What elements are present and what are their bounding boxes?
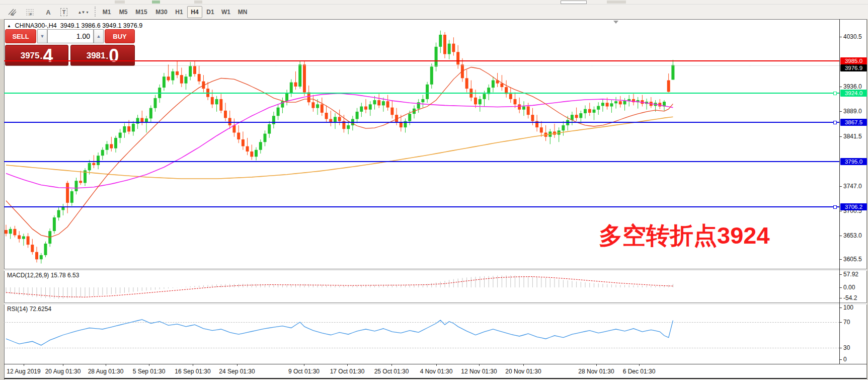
volume-increase-button[interactable]: ▲ (94, 29, 104, 43)
chart-shift-marker[interactable] (613, 21, 618, 24)
indicator-tick-dash (840, 348, 842, 348)
bear-candle-wicks (6, 32, 669, 263)
date-tick-dash (63, 364, 63, 366)
date-tick-label: 25 Oct 01:30 (374, 368, 409, 375)
indicator-tick-label: 57.92 (843, 271, 858, 278)
date-tick-dash (347, 364, 348, 366)
timeframe-h4[interactable]: H4 (187, 6, 202, 18)
line-handle[interactable] (833, 205, 837, 209)
sell-price-main: 3975 (21, 51, 40, 61)
timeframe-mn[interactable]: MN (234, 6, 251, 18)
support-line-3795[interactable] (4, 161, 839, 162)
arrow-objects-icon[interactable]: ▲▼ ▾ (73, 6, 93, 18)
sell-price-tile[interactable]: 3975 . 4 (5, 45, 68, 66)
letter-t-glyph: T (60, 8, 68, 16)
indicator-tick-dash (840, 359, 842, 360)
timeframe-m15[interactable]: M15 (132, 6, 151, 18)
date-tick-dash (304, 364, 304, 366)
chart-annotation-text[interactable]: 多空转折点3924 (599, 220, 770, 252)
fibo-expansion-icon[interactable]: E (4, 6, 20, 18)
date-tick-label: 17 Oct 01:30 (330, 368, 365, 375)
ohlc-values: 3949.1 3986.6 3949.1 3976.9 (60, 22, 142, 29)
timeframe-d1[interactable]: D1 (203, 6, 217, 18)
clipped-toolbar-fragment (607, 1, 626, 4)
bid-price-line-3976[interactable] (4, 65, 839, 66)
buy-button[interactable]: BUY (105, 29, 135, 43)
macd-histogram (6, 275, 673, 299)
clipped-upper-toolbar (0, 0, 868, 5)
date-tick-label: 20 Nov 01:30 (505, 368, 541, 375)
indicator-tick-label: 30 (843, 344, 850, 351)
macd-pane-surface[interactable] (4, 270, 839, 302)
price-badge-3867.5: 3867.5 (840, 119, 867, 126)
indicator-tick-dash (840, 322, 842, 323)
price-badge-3985.0: 3985.0 (840, 57, 867, 64)
text-tool-icon[interactable]: T (56, 6, 71, 18)
buy-price-tile[interactable]: 3981 . 0 (70, 45, 135, 66)
price-badge-3706.2: 3706.2 (840, 203, 867, 210)
icon-sub-label: E (11, 12, 14, 17)
date-tick-label: 16 Sep 01:30 (175, 368, 210, 375)
pane-splitter[interactable] (4, 302, 867, 305)
price-tick-dash (840, 37, 842, 37)
symbol-ohlc-header: ▲ CHINA300-,H4 3949.1 3986.6 3949.1 3976… (7, 22, 142, 29)
collapse-arrow-icon[interactable]: ▲ (7, 24, 11, 28)
price-axis-line (839, 19, 840, 364)
icon-sub-label: F (30, 12, 32, 17)
price-badge-3795.0: 3795.0 (840, 158, 867, 165)
date-tick-dash (523, 364, 524, 366)
timeframe-m30[interactable]: M30 (152, 6, 171, 18)
indicator-tick-label: 0 (843, 356, 847, 363)
toolbar: E F A T ▲▼ ▾ M1M5M15M30H1H4D1W1MN (0, 5, 868, 20)
pivot-line-3924[interactable] (4, 93, 839, 94)
price-tick-label: 3747.0 (843, 183, 862, 190)
pane-splitter[interactable] (4, 269, 867, 271)
timeframe-m1[interactable]: M1 (99, 6, 115, 18)
volume-decrease-button[interactable]: ▼ (37, 29, 47, 43)
price-tick-dash (840, 236, 842, 236)
price-tick-label: 3605.5 (843, 256, 862, 263)
buy-price-pips: 0 (109, 47, 119, 64)
indicator-tick-label: 0.00 (843, 284, 855, 291)
indicator-tick-label: 100 (843, 304, 853, 311)
indicator-tick-label: 70 (843, 319, 850, 326)
rsi-pane-surface[interactable] (4, 304, 839, 364)
price-badge-3924.0: 3924.0 (840, 90, 867, 97)
clipped-input-fragment (561, 1, 587, 4)
price-tick-dash (840, 111, 842, 112)
line-handle[interactable] (833, 121, 837, 124)
volume-input[interactable] (47, 29, 94, 43)
symbol-name: CHINA300-,H4 (15, 22, 56, 29)
line-handle[interactable] (833, 92, 837, 95)
clipped-toolbar-fragment (152, 1, 160, 4)
date-tick-dash (106, 364, 106, 366)
price-tick-dash (840, 136, 842, 137)
timeframe-h1[interactable]: H1 (172, 6, 186, 18)
date-tick-label: 12 Nov 01:30 (461, 368, 497, 375)
sell-button[interactable]: SELL (5, 29, 36, 43)
indicator-tick-dash (840, 298, 842, 298)
date-tick-label: 12 Aug 2019 (7, 368, 40, 375)
price-tick-dash (840, 211, 842, 211)
fibo-retracement-icon[interactable]: F (22, 6, 38, 18)
date-tick-dash (237, 364, 238, 366)
resistance-line-3985[interactable] (4, 60, 839, 61)
rsi-label: RSI(14) 72.6254 (7, 306, 51, 313)
date-tick-label: 24 Sep 01:30 (219, 368, 255, 375)
price-tick-label: 3841.5 (843, 133, 862, 140)
text-label-icon[interactable]: A (41, 6, 55, 18)
bear-candle-bodies (5, 35, 670, 259)
timeframe-w1[interactable]: W1 (218, 6, 233, 18)
date-tick-dash (639, 364, 640, 366)
date-axis-separator (4, 364, 867, 364)
rsi-line (6, 320, 673, 345)
date-tick-dash (24, 364, 24, 366)
macd-label: MACD(12,26,9) 15.78 6.53 (7, 272, 79, 279)
clipped-toolbar-fragment (115, 1, 125, 4)
date-tick-dash (479, 364, 480, 366)
indicator-tick-dash (840, 287, 842, 288)
support-line-3867[interactable] (4, 122, 839, 123)
timeframe-m5[interactable]: M5 (116, 6, 131, 18)
support-line-3706[interactable] (4, 206, 839, 207)
price-tick-dash (840, 87, 842, 87)
